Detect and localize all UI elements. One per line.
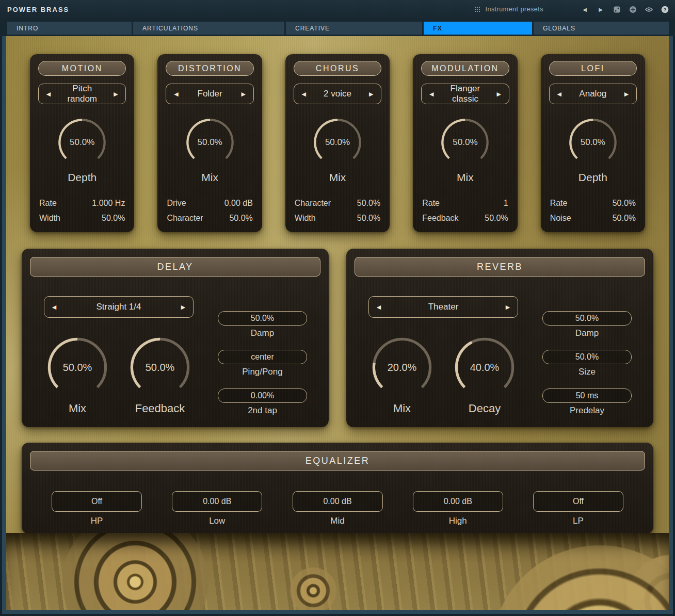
param-value[interactable]: 1.000 Hz bbox=[92, 196, 125, 210]
next-preset-button[interactable]: ▶ bbox=[597, 5, 605, 13]
prev-arrow-icon[interactable]: ◀ bbox=[294, 91, 314, 98]
tab-articulations[interactable]: ARTICULATIONS bbox=[133, 22, 284, 35]
delay-mix-knob[interactable]: 50.0% bbox=[44, 334, 111, 401]
param-value[interactable]: 50.0% bbox=[613, 210, 636, 225]
tab-bar: INTRO ARTICULATIONS CREATIVE FX GLOBALS bbox=[0, 19, 675, 36]
prev-arrow-icon[interactable]: ◀ bbox=[44, 304, 64, 311]
motion-panel: MOTION ◀ Pitch random ▶ 50.0% Depth Rate… bbox=[30, 54, 134, 232]
delay-pingpong-label: Ping/Pong bbox=[218, 366, 307, 378]
tab-intro[interactable]: INTRO bbox=[7, 22, 132, 35]
eq-mid-label: Mid bbox=[293, 516, 383, 526]
lofi-depth-knob[interactable]: 50.0% bbox=[566, 116, 620, 169]
reverb-damp-value[interactable]: 50.0% bbox=[542, 311, 632, 326]
param-label: Rate bbox=[422, 196, 440, 210]
lofi-mode-selector[interactable]: ◀ Analog ▶ bbox=[549, 84, 637, 104]
param-label: Character bbox=[295, 196, 331, 210]
next-arrow-icon[interactable]: ▶ bbox=[617, 91, 636, 98]
titlebar-actions: ◀ ▶ ? bbox=[581, 5, 669, 13]
reverb-size-label: Size bbox=[542, 366, 632, 378]
param-value[interactable]: 1 bbox=[504, 196, 508, 210]
knob-value: 50.0% bbox=[183, 116, 237, 169]
param-value[interactable]: 50.0% bbox=[613, 196, 636, 210]
param-value[interactable]: 50.0% bbox=[485, 210, 508, 225]
motion-mode-selector[interactable]: ◀ Pitch random ▶ bbox=[38, 84, 126, 104]
param-label: Rate bbox=[550, 196, 568, 210]
next-arrow-icon[interactable]: ▶ bbox=[234, 91, 253, 98]
prev-arrow-icon[interactable]: ◀ bbox=[369, 304, 389, 311]
motion-depth-knob[interactable]: 50.0% bbox=[55, 116, 109, 169]
param-value[interactable]: 50.0% bbox=[229, 210, 252, 225]
eq-high-value[interactable]: 0.00 dB bbox=[413, 491, 503, 512]
reverb-mode-selector[interactable]: ◀ Theater ▶ bbox=[368, 296, 518, 318]
chorus-mix-knob[interactable]: 50.0% bbox=[311, 116, 364, 169]
param-value[interactable]: 50.0% bbox=[357, 210, 380, 225]
reverb-decay-knob[interactable]: 40.0% bbox=[451, 334, 518, 401]
eq-mid-value[interactable]: 0.00 dB bbox=[293, 491, 383, 512]
eq-lp-value[interactable]: Off bbox=[533, 491, 623, 512]
chorus-mode-value: 2 voice bbox=[314, 89, 361, 99]
lofi-panel: LOFI ◀ Analog ▶ 50.0% Depth Rate 50.0% N… bbox=[541, 54, 645, 232]
param-row: Character 50.0% bbox=[295, 196, 380, 210]
help-icon[interactable]: ? bbox=[661, 5, 669, 13]
param-value[interactable]: 50.0% bbox=[102, 210, 125, 225]
random-preset-icon[interactable] bbox=[613, 5, 621, 13]
knob-value: 50.0% bbox=[126, 334, 194, 401]
next-arrow-icon[interactable]: ▶ bbox=[173, 304, 193, 311]
reverb-size-value[interactable]: 50.0% bbox=[542, 350, 632, 364]
equalizer-bands: Off HP 0.00 dB Low 0.00 dB Mid 0.00 dB H… bbox=[22, 491, 653, 526]
prev-arrow-icon[interactable]: ◀ bbox=[422, 91, 441, 98]
knob-label: Feedback bbox=[126, 402, 194, 415]
knob-value: 50.0% bbox=[55, 116, 109, 169]
modulation-mix-knob[interactable]: 50.0% bbox=[438, 116, 492, 169]
window-frame: MOTION ◀ Pitch random ▶ 50.0% Depth Rate… bbox=[0, 36, 675, 616]
eq-low-value[interactable]: 0.00 dB bbox=[172, 491, 262, 512]
delay-2ndtap-value[interactable]: 0.00% bbox=[218, 388, 307, 403]
add-preset-icon[interactable] bbox=[629, 5, 637, 13]
titlebar: POWER BRASS Instrument presets ◀ ▶ bbox=[0, 0, 675, 19]
next-arrow-icon[interactable]: ▶ bbox=[498, 304, 518, 311]
knob-value: 50.0% bbox=[311, 116, 364, 169]
param-row: Rate 50.0% bbox=[550, 196, 636, 210]
param-value[interactable]: 50.0% bbox=[357, 196, 380, 210]
prev-arrow-icon[interactable]: ◀ bbox=[39, 91, 58, 98]
modulation-mode-selector[interactable]: ◀ Flanger classic ▶ bbox=[421, 84, 509, 104]
motion-mode-value: Pitch random bbox=[58, 84, 106, 104]
knob-label: Mix bbox=[44, 402, 111, 415]
chorus-mode-selector[interactable]: ◀ 2 voice ▶ bbox=[294, 84, 381, 104]
distortion-panel: DISTORTION ◀ Folder ▶ 50.0% Mix Drive 0.… bbox=[157, 54, 262, 232]
param-row: Rate 1.000 Hz bbox=[39, 196, 125, 210]
knob-value: 50.0% bbox=[438, 116, 492, 169]
modulation-mode-value: Flanger classic bbox=[441, 84, 489, 104]
motion-panel-title: MOTION bbox=[38, 61, 126, 76]
prev-arrow-icon[interactable]: ◀ bbox=[550, 91, 569, 98]
next-arrow-icon[interactable]: ▶ bbox=[361, 91, 381, 98]
delay-damp-value[interactable]: 50.0% bbox=[218, 311, 307, 326]
next-arrow-icon[interactable]: ▶ bbox=[489, 91, 509, 98]
delay-mode-selector[interactable]: ◀ Straight 1/4 ▶ bbox=[44, 296, 194, 318]
prev-arrow-icon[interactable]: ◀ bbox=[166, 91, 186, 98]
reverb-mode-value: Theater bbox=[389, 302, 498, 312]
lofi-mode-value: Analog bbox=[569, 89, 617, 99]
eye-icon[interactable] bbox=[645, 5, 653, 13]
param-value[interactable]: 0.00 dB bbox=[224, 196, 253, 210]
chorus-panel-title: CHORUS bbox=[294, 61, 381, 76]
previous-preset-button[interactable]: ◀ bbox=[581, 5, 589, 13]
delay-pingpong-value[interactable]: center bbox=[218, 350, 307, 364]
distortion-mode-selector[interactable]: ◀ Folder ▶ bbox=[166, 84, 253, 104]
tab-creative[interactable]: CREATIVE bbox=[286, 22, 422, 35]
tab-fx[interactable]: FX bbox=[424, 22, 532, 35]
presets-label: Instrument presets bbox=[485, 6, 543, 13]
instrument-presets-button[interactable]: Instrument presets bbox=[474, 6, 543, 13]
reverb-predelay-value[interactable]: 50 ms bbox=[542, 388, 632, 403]
delay-feedback-knob[interactable]: 50.0% bbox=[126, 334, 194, 401]
fx-page: MOTION ◀ Pitch random ▶ 50.0% Depth Rate… bbox=[6, 36, 669, 610]
param-row: Width 50.0% bbox=[295, 210, 380, 225]
tab-globals[interactable]: GLOBALS bbox=[534, 22, 669, 35]
eq-hp-value[interactable]: Off bbox=[52, 491, 142, 512]
knob-value: 50.0% bbox=[44, 334, 111, 401]
distortion-mix-knob[interactable]: 50.0% bbox=[183, 116, 237, 169]
reverb-mix-knob[interactable]: 20.0% bbox=[368, 334, 436, 401]
next-arrow-icon[interactable]: ▶ bbox=[106, 91, 125, 98]
chorus-params: Character 50.0% Width 50.0% bbox=[295, 196, 380, 225]
distortion-panel-title: DISTORTION bbox=[166, 61, 253, 76]
